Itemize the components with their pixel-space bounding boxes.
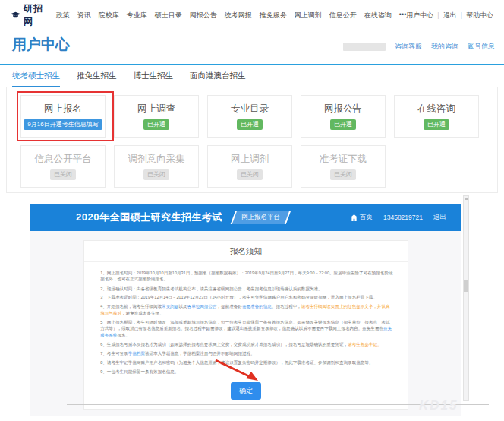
card-row-open: 网上报名 9月16日开通考生信息填写 网上调查 已开通 专业目录 已开通 网报公… (20, 95, 479, 138)
status-badge: 9月16日开通考生信息填写 (24, 119, 102, 130)
page-title: 用户中心 (12, 35, 70, 55)
site-logo[interactable]: 研招网 (11, 2, 46, 28)
notice-text: 7、考生可登录 (100, 350, 128, 355)
notice-text: 4、开始报名前，请考生仔细阅读 (100, 304, 162, 309)
card-info-disclosure[interactable]: 信息公开平台 已关闭 (20, 145, 106, 188)
nav-item-tuimianfuwu[interactable]: 推免服务 (260, 11, 287, 21)
nav-menu: 政策 资讯 院校库 专业库 硕士目录 网报公告 统考网报 推免服务 网上调剂 信… (56, 11, 406, 21)
notice-text: 2、现场确认时间：由各省级教育招生考试机构公布，请关注各省级网报公告，考生报考信… (100, 286, 322, 290)
xuexin-archive-link[interactable]: 学信档案 (128, 350, 145, 355)
nav-item-yuanxiaoku[interactable]: 院校库 (99, 11, 119, 21)
notice-text: 9、一位考生只能保留一条有效报名信息。 (100, 369, 178, 373)
platform-badge: 网上报名平台 (231, 210, 291, 224)
registration-window-nav: 首页 13458219721 退出 (351, 213, 446, 222)
notice-text: 以及 (178, 304, 187, 309)
nav-item-wangbaogonggao[interactable]: 网报公告 (190, 11, 217, 21)
nav-item-zhuanyeku[interactable]: 专业库 (127, 11, 147, 21)
home-label: 首页 (360, 213, 373, 222)
watermark: KD15 (419, 398, 458, 413)
separator: | (437, 11, 439, 19)
nav-item-zhengce[interactable]: 政策 (56, 11, 70, 21)
blue-divider (0, 64, 504, 65)
notice-list: 1、网上报名时间：2019年10月10日至10月31日，预报名（报名数据有效）：… (84, 262, 408, 375)
registration-window-header: 2020年全国硕士研究生招生考试 网上报名平台 首页 13458219721 退… (30, 204, 461, 231)
nav-item-wangshangtiaoji[interactable]: 网上调剂 (295, 11, 322, 21)
card-adjust-intention[interactable]: 调剂意向采集 已关闭 (114, 145, 199, 188)
card-admission-ticket[interactable]: 准考证下载 已关闭 (301, 145, 386, 188)
notice-item-7: 7、考生可登录学信档案验证本人学籍信息，学信档案注册与否并不影响网报过程。 (100, 350, 393, 356)
notice-text: ，提前准备好 (217, 304, 242, 309)
notice-text: 8、请考生牢记学信网账户用户名和密码（为避免个人信息泄露，建议设置复杂密码并定期… (100, 359, 373, 364)
modal-scrollbar[interactable] (463, 195, 469, 401)
card-online-registration[interactable]: 网上报名 9月16日开通考生信息填写 (20, 95, 106, 138)
status-badge: 已开通 (143, 119, 169, 130)
notice-text: 报名。 (117, 332, 130, 337)
card-online-survey[interactable]: 网上调查 已开通 (114, 95, 199, 138)
services-panel: 网上报名 9月16日开通考生信息填写 网上调查 已开通 专业目录 已开通 网报公… (6, 87, 498, 193)
status-badge: 已关闭 (330, 169, 356, 180)
notice-text: ，避免造成太多失误。 (121, 310, 164, 315)
graduation-cap-icon (11, 11, 20, 20)
home-link[interactable]: 首页 (351, 213, 373, 222)
separator: | (461, 11, 462, 19)
faq-link[interactable]: 常见问题 (162, 304, 178, 309)
notice-item-4: 4、开始报名前，请考生仔细阅读常见问题以及各单位网报公告，提前准备好需要准备的信… (100, 304, 393, 317)
nav-item-shuoshimulu[interactable]: 硕士目录 (155, 11, 182, 21)
tab-bar: 统考硕士招生 推免生招生 博士生招生 面向港澳台招生 (12, 71, 246, 87)
nav-item-zaixianzixun[interactable]: 在线咨询 (364, 11, 392, 21)
notice-item-5: 5、网上报名期间，考生可随时修改、添加或重新填写报名信息，但一位考生只能保留一条… (100, 319, 393, 338)
logo-text: 研招网 (24, 2, 46, 28)
notice-text: 6、生成报名号后本次报名才为成功（如果选择的报考点要求网上交费，交费成功后才算报… (100, 341, 348, 346)
window-logout-link[interactable]: 退出 (433, 213, 446, 222)
status-badge: 已关闭 (143, 169, 169, 180)
consult-service-link[interactable]: 咨询客服 (395, 42, 422, 52)
nav-help-center-link[interactable]: 帮助中心 (466, 11, 493, 21)
card-major-catalog[interactable]: 专业目录 已开通 (207, 95, 292, 138)
card-title: 网报公告 (324, 103, 362, 116)
scrollbar-up-nub[interactable] (465, 198, 468, 200)
header-links: 咨询客服 我的咨询 账号信息 (343, 42, 495, 52)
home-icon (351, 214, 358, 221)
card-online-adjust[interactable]: 网上调剂 已关闭 (207, 145, 292, 188)
notice-content: 1、网上报名时间：2019年10月10日至10月31日，预报名（报名数据有效）：… (84, 262, 408, 378)
unit-announcement-link[interactable]: 各单位网报公告 (187, 304, 217, 309)
redacted-username (343, 43, 386, 51)
tab-tongkao-shuoshi[interactable]: 统考硕士招生 (12, 71, 60, 87)
notice-item-8: 8、请考生牢记学信网账户用户名和密码（为避免个人信息泄露，建议设置复杂密码并定期… (100, 359, 393, 366)
tab-boshisheng[interactable]: 博士生招生 (134, 71, 174, 87)
card-web-announcement[interactable]: 网报公告 已开通 (301, 95, 386, 138)
card-title: 网上调查 (137, 103, 175, 116)
registration-window-body: 报名须知 1、网上报名时间：2019年10月10日至10月31日，预报名（报名数… (30, 231, 461, 416)
card-title: 准考证下载 (320, 153, 367, 166)
nav-user-center-link[interactable]: 用户中心 (406, 11, 433, 21)
notice-item-3: 3、下载准考证时间：2019年12月14日－2019年12月23日（24小时开放… (100, 295, 393, 301)
tab-gangaotai[interactable]: 面向港澳台招生 (190, 71, 246, 87)
nav-item-tongkaowangbao[interactable]: 统考网报 (225, 11, 252, 21)
notice-item-2: 2、现场确认时间：由各省级教育招生考试机构公布，请关注各省级网报公告，考生报考信… (100, 285, 393, 291)
notice-title: 报名须知 (84, 241, 408, 262)
card-title: 在线咨询 (417, 103, 455, 116)
account-info-link[interactable]: 账号信息 (468, 42, 495, 52)
tab-tuimiansheng[interactable]: 推免生招生 (77, 71, 117, 87)
notice-text: 3、下载准考证时间：2019年12月14日－2019年12月23日（24小时开放… (100, 295, 377, 299)
registration-window: 2020年全国硕士研究生招生考试 网上报名平台 首页 13458219721 退… (30, 204, 461, 416)
nav-item-xinxigongkai[interactable]: 信息公开 (329, 11, 357, 21)
nav-account-links: 用户中心 | 退出 | 帮助中心 (406, 11, 493, 21)
card-title: 专业目录 (231, 103, 269, 116)
confirm-button[interactable]: 确定 (231, 382, 261, 400)
nav-item-zixun[interactable]: 资讯 (77, 11, 91, 21)
status-badge: 已开通 (237, 119, 263, 130)
my-consult-link[interactable]: 我的咨询 (431, 42, 458, 52)
nav-more-dots[interactable]: ••• (399, 11, 406, 21)
status-badge: 已关闭 (50, 169, 76, 180)
notice-text: 1、网上报名时间：2019年10月10日至10月31日，预报名（报名数据有效）：… (100, 271, 392, 282)
required-info-link[interactable]: 需要准备的信息 (242, 304, 272, 309)
notice-warning-text: 请考生务必牢记。 (348, 341, 382, 346)
status-badge: 已开通 (424, 119, 449, 130)
user-id-label: 13458219721 (383, 214, 423, 221)
card-title: 信息公开平台 (35, 153, 92, 166)
scrollbar-thumb[interactable] (464, 280, 468, 292)
nav-logout-link[interactable]: 退出 (443, 11, 457, 21)
card-online-consult[interactable]: 在线咨询 已开通 (394, 95, 479, 138)
status-badge: 已开通 (330, 119, 356, 130)
